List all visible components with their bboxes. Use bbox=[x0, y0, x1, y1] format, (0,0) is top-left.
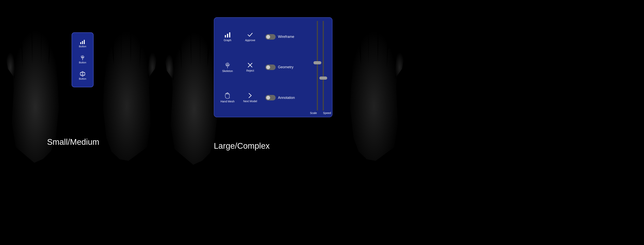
graph-panel-icon bbox=[224, 32, 231, 38]
approve-icon bbox=[247, 32, 253, 38]
panel-sliders: Scale Speed bbox=[308, 18, 332, 117]
skeleton-icon bbox=[80, 55, 85, 60]
svg-rect-1 bbox=[82, 41, 83, 44]
svg-line-23 bbox=[229, 64, 230, 66]
skeleton-panel-icon bbox=[224, 62, 230, 68]
handmesh-icon bbox=[224, 92, 230, 99]
panel-toggles: Wireframe Geometry Annotation bbox=[264, 18, 308, 117]
geometry-toggle-row: Geometry bbox=[266, 64, 306, 70]
small-medium-text: Small/Medium bbox=[47, 137, 99, 146]
right-hand-large-svg bbox=[343, 12, 406, 161]
svg-line-19 bbox=[226, 64, 226, 66]
speed-label: Speed bbox=[323, 112, 331, 114]
speed-track[interactable] bbox=[323, 21, 324, 111]
svg-rect-14 bbox=[225, 35, 226, 38]
reject-panel-label: Reject bbox=[246, 69, 254, 72]
small-panel: Button Button Button bbox=[72, 32, 94, 87]
panel-icons-grid: Graph Approve bbox=[214, 18, 264, 117]
wireframe-toggle[interactable] bbox=[266, 34, 276, 40]
skeleton-panel-btn[interactable]: Skeleton bbox=[216, 52, 239, 82]
nextmodel-icon bbox=[248, 92, 252, 98]
geometry-toggle-thumb bbox=[266, 65, 270, 69]
cube-icon bbox=[80, 71, 85, 76]
annotation-toggle-thumb bbox=[266, 96, 270, 100]
svg-rect-2 bbox=[84, 40, 85, 44]
approve-panel-btn[interactable]: Approve bbox=[239, 22, 262, 52]
svg-line-6 bbox=[82, 56, 82, 58]
nextmodel-panel-btn[interactable]: Next Model bbox=[239, 82, 262, 113]
reject-panel-btn[interactable]: Reject bbox=[239, 52, 262, 82]
graph-panel-label: Graph bbox=[224, 39, 231, 42]
reject-icon bbox=[247, 62, 253, 68]
scale-track[interactable] bbox=[317, 21, 318, 111]
graph-button-label: Button bbox=[79, 45, 86, 48]
handmesh-panel-btn[interactable]: Hand Mesh bbox=[216, 82, 239, 113]
annotation-toggle-row: Annotation bbox=[266, 95, 306, 100]
large-complex-text: Large/Complex bbox=[214, 141, 270, 150]
svg-rect-0 bbox=[80, 42, 81, 44]
graph-panel-btn[interactable]: Graph bbox=[216, 22, 239, 52]
scale-slider[interactable] bbox=[317, 21, 318, 111]
svg-rect-15 bbox=[227, 34, 228, 38]
cube-button[interactable]: Button bbox=[79, 71, 86, 80]
right-hand-small bbox=[96, 12, 159, 161]
sliders-tracks bbox=[316, 21, 325, 111]
right-hand-svg-small bbox=[96, 12, 159, 161]
small-medium-label: Small/Medium bbox=[47, 137, 99, 147]
right-hand-large bbox=[343, 12, 406, 161]
svg-rect-16 bbox=[229, 32, 230, 38]
wireframe-label: Wireframe bbox=[278, 35, 294, 39]
svg-line-20 bbox=[226, 63, 227, 66]
handmesh-panel-label: Hand Mesh bbox=[220, 100, 234, 103]
approve-panel-label: Approve bbox=[245, 39, 255, 42]
wireframe-toggle-row: Wireframe bbox=[266, 34, 306, 40]
speed-slider[interactable] bbox=[323, 21, 324, 111]
graph-button[interactable]: Button bbox=[79, 40, 86, 48]
scene: Button Button Button bbox=[0, 0, 644, 245]
annotation-label: Annotation bbox=[278, 96, 295, 100]
skeleton-button-label: Button bbox=[79, 61, 86, 64]
svg-line-5 bbox=[81, 56, 82, 58]
skeleton-button[interactable]: Button bbox=[79, 55, 86, 64]
wireframe-toggle-thumb bbox=[266, 35, 270, 39]
scale-label: Scale bbox=[310, 112, 317, 114]
large-complex-label: Large/Complex bbox=[214, 141, 270, 151]
geometry-label: Geometry bbox=[278, 65, 294, 69]
speed-handle[interactable] bbox=[319, 76, 327, 80]
cube-button-label: Button bbox=[79, 77, 86, 80]
sliders-labels: Scale Speed bbox=[310, 112, 331, 114]
svg-line-9 bbox=[84, 56, 84, 58]
nextmodel-panel-label: Next Model bbox=[243, 100, 257, 103]
large-panel: Graph Approve bbox=[214, 17, 332, 117]
svg-line-22 bbox=[228, 63, 228, 66]
graph-icon bbox=[80, 40, 85, 44]
geometry-toggle[interactable] bbox=[266, 64, 276, 70]
skeleton-panel-label: Skeleton bbox=[222, 70, 233, 72]
scale-handle[interactable] bbox=[314, 61, 321, 64]
annotation-toggle[interactable] bbox=[266, 95, 276, 100]
